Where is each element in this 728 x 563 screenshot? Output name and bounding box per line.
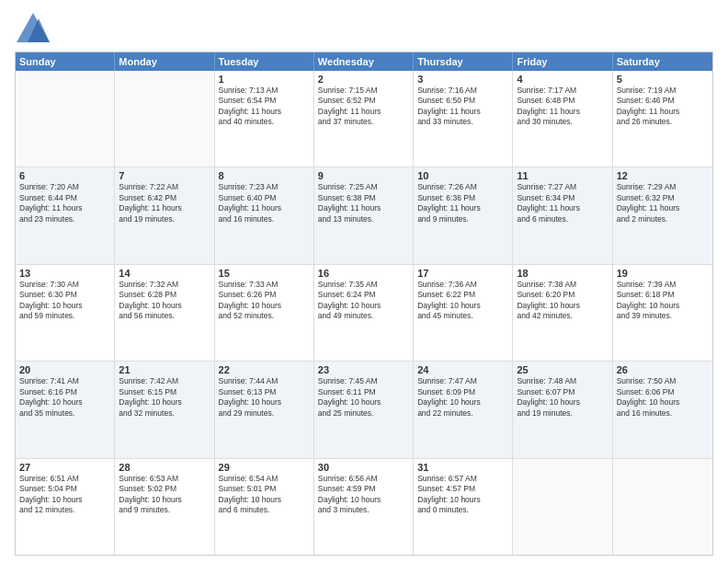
calendar-cell (16, 71, 115, 167)
calendar-cell: 11Sunrise: 7:27 AMSunset: 6:34 PMDayligh… (513, 167, 612, 263)
day-number: 27 (19, 462, 110, 473)
calendar-cell: 24Sunrise: 7:47 AMSunset: 6:09 PMDayligh… (414, 362, 513, 457)
cell-info: Sunrise: 7:47 AMSunset: 6:09 PMDaylight:… (417, 376, 508, 419)
day-number: 22 (219, 364, 310, 375)
day-number: 20 (19, 364, 110, 375)
cell-info: Sunrise: 7:30 AMSunset: 6:30 PMDaylight:… (19, 280, 110, 322)
calendar-cell: 26Sunrise: 7:50 AMSunset: 6:06 PMDayligh… (613, 362, 712, 457)
cell-info: Sunrise: 7:27 AMSunset: 6:34 PMDaylight:… (517, 182, 608, 224)
calendar-cell: 22Sunrise: 7:44 AMSunset: 6:13 PMDayligh… (215, 362, 314, 457)
calendar-body: 1Sunrise: 7:13 AMSunset: 6:54 PMDaylight… (16, 71, 712, 555)
day-number: 29 (219, 462, 310, 473)
day-number: 14 (119, 268, 210, 279)
calendar-cell: 16Sunrise: 7:35 AMSunset: 6:24 PMDayligh… (314, 265, 414, 361)
cell-info: Sunrise: 7:41 AMSunset: 6:16 PMDaylight:… (19, 376, 110, 419)
calendar-row: 1Sunrise: 7:13 AMSunset: 6:54 PMDaylight… (16, 71, 712, 167)
cell-info: Sunrise: 7:26 AMSunset: 6:36 PMDaylight:… (417, 182, 508, 224)
day-number: 15 (219, 268, 310, 279)
day-number: 23 (318, 364, 409, 375)
weekday-header: Saturday (613, 52, 712, 71)
day-number: 11 (517, 170, 608, 181)
logo-icon (15, 11, 51, 46)
calendar-cell (115, 71, 214, 167)
cell-info: Sunrise: 7:33 AMSunset: 6:26 PMDaylight:… (219, 280, 310, 322)
day-number: 4 (517, 74, 608, 85)
calendar-cell: 21Sunrise: 7:42 AMSunset: 6:15 PMDayligh… (115, 362, 214, 457)
day-number: 7 (119, 170, 210, 181)
calendar-cell: 6Sunrise: 7:20 AMSunset: 6:44 PMDaylight… (16, 167, 115, 263)
day-number: 31 (417, 462, 508, 473)
calendar: SundayMondayTuesdayWednesdayThursdayFrid… (15, 52, 713, 556)
cell-info: Sunrise: 7:20 AMSunset: 6:44 PMDaylight:… (19, 182, 110, 224)
calendar-cell: 19Sunrise: 7:39 AMSunset: 6:18 PMDayligh… (613, 265, 712, 361)
day-number: 18 (517, 268, 608, 279)
cell-info: Sunrise: 7:25 AMSunset: 6:38 PMDaylight:… (318, 182, 409, 224)
weekday-header: Friday (513, 52, 612, 71)
calendar-cell: 13Sunrise: 7:30 AMSunset: 6:30 PMDayligh… (16, 265, 115, 361)
day-number: 1 (219, 74, 310, 85)
calendar-cell (513, 459, 612, 555)
calendar-header: SundayMondayTuesdayWednesdayThursdayFrid… (16, 52, 712, 71)
cell-info: Sunrise: 6:56 AMSunset: 4:59 PMDaylight:… (318, 474, 409, 516)
weekday-header: Wednesday (314, 52, 414, 71)
calendar-cell: 29Sunrise: 6:54 AMSunset: 5:01 PMDayligh… (215, 459, 314, 555)
day-number: 24 (417, 364, 508, 375)
cell-info: Sunrise: 7:35 AMSunset: 6:24 PMDaylight:… (318, 280, 409, 322)
header (15, 11, 713, 46)
cell-info: Sunrise: 6:57 AMSunset: 4:57 PMDaylight:… (417, 474, 508, 516)
day-number: 6 (19, 170, 110, 181)
day-number: 10 (417, 170, 508, 181)
calendar-cell: 23Sunrise: 7:45 AMSunset: 6:11 PMDayligh… (314, 362, 414, 457)
cell-info: Sunrise: 7:39 AMSunset: 6:18 PMDaylight:… (617, 280, 709, 322)
calendar-cell: 10Sunrise: 7:26 AMSunset: 6:36 PMDayligh… (414, 167, 513, 263)
calendar-cell: 7Sunrise: 7:22 AMSunset: 6:42 PMDaylight… (115, 167, 214, 263)
cell-info: Sunrise: 7:22 AMSunset: 6:42 PMDaylight:… (119, 182, 210, 224)
weekday-header: Monday (115, 52, 214, 71)
day-number: 21 (119, 364, 210, 375)
calendar-cell: 20Sunrise: 7:41 AMSunset: 6:16 PMDayligh… (16, 362, 115, 457)
cell-info: Sunrise: 7:29 AMSunset: 6:32 PMDaylight:… (617, 182, 709, 224)
calendar-cell: 17Sunrise: 7:36 AMSunset: 6:22 PMDayligh… (414, 265, 513, 361)
calendar-cell: 9Sunrise: 7:25 AMSunset: 6:38 PMDaylight… (314, 167, 414, 263)
calendar-cell: 4Sunrise: 7:17 AMSunset: 6:48 PMDaylight… (513, 71, 612, 167)
day-number: 30 (318, 462, 409, 473)
day-number: 28 (119, 462, 210, 473)
calendar-cell: 15Sunrise: 7:33 AMSunset: 6:26 PMDayligh… (215, 265, 314, 361)
calendar-cell: 2Sunrise: 7:15 AMSunset: 6:52 PMDaylight… (314, 71, 414, 167)
calendar-row: 13Sunrise: 7:30 AMSunset: 6:30 PMDayligh… (16, 265, 712, 362)
weekday-header: Tuesday (215, 52, 314, 71)
calendar-cell: 28Sunrise: 6:53 AMSunset: 5:02 PMDayligh… (115, 459, 214, 555)
calendar-row: 27Sunrise: 6:51 AMSunset: 5:04 PMDayligh… (16, 459, 712, 555)
day-number: 17 (417, 268, 508, 279)
calendar-cell: 25Sunrise: 7:48 AMSunset: 6:07 PMDayligh… (513, 362, 612, 457)
cell-info: Sunrise: 7:32 AMSunset: 6:28 PMDaylight:… (119, 280, 210, 322)
day-number: 9 (318, 170, 409, 181)
cell-info: Sunrise: 7:44 AMSunset: 6:13 PMDaylight:… (219, 376, 310, 419)
cell-info: Sunrise: 7:38 AMSunset: 6:20 PMDaylight:… (517, 280, 608, 322)
calendar-cell: 18Sunrise: 7:38 AMSunset: 6:20 PMDayligh… (513, 265, 612, 361)
calendar-cell: 1Sunrise: 7:13 AMSunset: 6:54 PMDaylight… (215, 71, 314, 167)
day-number: 26 (617, 364, 709, 375)
cell-info: Sunrise: 7:45 AMSunset: 6:11 PMDaylight:… (318, 376, 409, 419)
calendar-cell (613, 459, 712, 555)
logo (15, 11, 55, 46)
day-number: 5 (617, 74, 709, 85)
calendar-cell: 8Sunrise: 7:23 AMSunset: 6:40 PMDaylight… (215, 167, 314, 263)
calendar-row: 6Sunrise: 7:20 AMSunset: 6:44 PMDaylight… (16, 167, 712, 264)
weekday-header: Sunday (16, 52, 115, 71)
day-number: 3 (417, 74, 508, 85)
day-number: 16 (318, 268, 409, 279)
day-number: 8 (219, 170, 310, 181)
cell-info: Sunrise: 7:15 AMSunset: 6:52 PMDaylight:… (318, 86, 409, 128)
cell-info: Sunrise: 7:17 AMSunset: 6:48 PMDaylight:… (517, 86, 608, 128)
calendar-cell: 27Sunrise: 6:51 AMSunset: 5:04 PMDayligh… (16, 459, 115, 555)
day-number: 2 (318, 74, 409, 85)
cell-info: Sunrise: 6:54 AMSunset: 5:01 PMDaylight:… (219, 474, 310, 516)
calendar-cell: 12Sunrise: 7:29 AMSunset: 6:32 PMDayligh… (613, 167, 712, 263)
calendar-cell: 14Sunrise: 7:32 AMSunset: 6:28 PMDayligh… (115, 265, 214, 361)
cell-info: Sunrise: 7:42 AMSunset: 6:15 PMDaylight:… (119, 376, 210, 419)
day-number: 19 (617, 268, 709, 279)
calendar-cell: 3Sunrise: 7:16 AMSunset: 6:50 PMDaylight… (414, 71, 513, 167)
cell-info: Sunrise: 7:36 AMSunset: 6:22 PMDaylight:… (417, 280, 508, 322)
cell-info: Sunrise: 7:50 AMSunset: 6:06 PMDaylight:… (617, 376, 709, 419)
